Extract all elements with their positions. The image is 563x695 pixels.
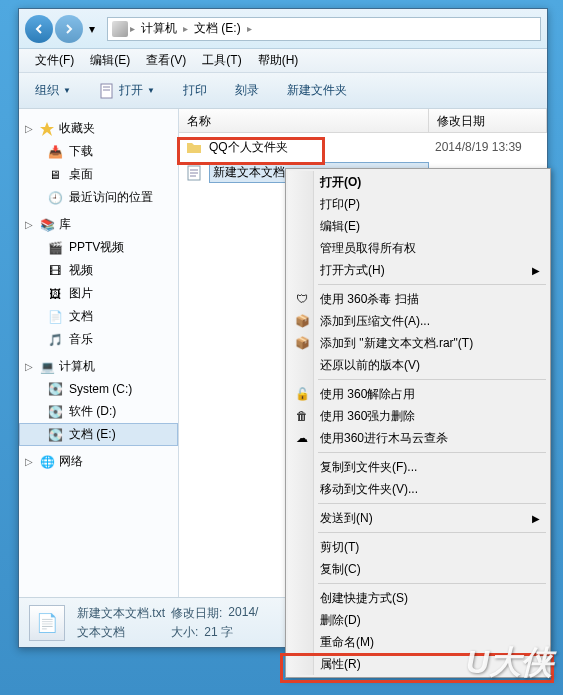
ctx-copy[interactable]: 复制(C) xyxy=(288,558,548,580)
ctx-cut[interactable]: 剪切(T) xyxy=(288,536,548,558)
drive-icon: 💽 xyxy=(47,404,63,420)
computer-icon xyxy=(112,21,128,37)
titlebar: ▾ ▸ 计算机 ▸ 文档 (E:) ▸ xyxy=(19,9,547,49)
organize-button[interactable]: 组织▼ xyxy=(27,78,79,103)
sidebar-item-documents[interactable]: 📄文档 xyxy=(19,305,178,328)
status-filename: 新建文本文档.txt xyxy=(77,605,165,622)
drive-icon: 💽 xyxy=(47,381,63,397)
picture-icon: 🖼 xyxy=(47,286,63,302)
ctx-edit[interactable]: 编辑(E) xyxy=(288,215,548,237)
status-date-value: 2014/ xyxy=(228,605,258,622)
menu-view[interactable]: 查看(V) xyxy=(138,52,194,69)
sidebar-libraries[interactable]: ▷ 📚 库 xyxy=(19,213,178,236)
ctx-cloud360[interactable]: ☁使用360进行木马云查杀 xyxy=(288,427,548,449)
status-size-label: 大小: xyxy=(171,624,198,641)
cloud-scan-icon: ☁ xyxy=(294,430,310,446)
column-date[interactable]: 修改日期 xyxy=(429,109,547,132)
status-size-value: 21 字 xyxy=(204,624,233,641)
desktop-icon: 🖥 xyxy=(47,167,63,183)
menu-file[interactable]: 文件(F) xyxy=(27,52,82,69)
ctx-copyfolder[interactable]: 复制到文件夹(F)... xyxy=(288,456,548,478)
menu-edit[interactable]: 编辑(E) xyxy=(82,52,138,69)
sidebar-favorites[interactable]: ▷ 收藏夹 xyxy=(19,117,178,140)
breadcrumb-seg-drive[interactable]: 文档 (E:) xyxy=(190,20,245,37)
forward-button[interactable] xyxy=(55,15,83,43)
ctx-restore[interactable]: 还原以前的版本(V) xyxy=(288,354,548,376)
sidebar-item-desktop[interactable]: 🖥桌面 xyxy=(19,163,178,186)
watermark: U大侠 xyxy=(466,641,553,685)
download-icon: 📥 xyxy=(47,144,63,160)
ctx-sendto[interactable]: 发送到(N)▶ xyxy=(288,507,548,529)
context-menu: 打开(O) 打印(P) 编辑(E) 管理员取得所有权 打开方式(H)▶ 🛡使用 … xyxy=(285,168,551,678)
sidebar-item-label: 收藏夹 xyxy=(59,120,95,137)
recent-icon: 🕘 xyxy=(47,190,63,206)
ctx-shortcut[interactable]: 创建快捷方式(S) xyxy=(288,587,548,609)
library-icon: 📚 xyxy=(39,217,55,233)
file-name: QQ个人文件夹 xyxy=(209,139,429,156)
ctx-scan360[interactable]: 🛡使用 360杀毒 扫描 xyxy=(288,288,548,310)
star-icon xyxy=(39,121,55,137)
breadcrumb[interactable]: ▸ 计算机 ▸ 文档 (E:) ▸ xyxy=(107,17,541,41)
sidebar-item-downloads[interactable]: 📥下载 xyxy=(19,140,178,163)
menubar: 文件(F) 编辑(E) 查看(V) 工具(T) 帮助(H) xyxy=(19,49,547,73)
sidebar-computer[interactable]: ▷ 💻 计算机 xyxy=(19,355,178,378)
svg-marker-3 xyxy=(40,122,54,136)
sidebar-item-d-drive[interactable]: 💽软件 (D:) xyxy=(19,400,178,423)
archive-icon: 📦 xyxy=(294,313,310,329)
ctx-delete[interactable]: 删除(D) xyxy=(288,609,548,631)
sidebar-item-pictures[interactable]: 🖼图片 xyxy=(19,282,178,305)
svg-rect-0 xyxy=(101,84,112,98)
menu-help[interactable]: 帮助(H) xyxy=(250,52,307,69)
back-button[interactable] xyxy=(25,15,53,43)
video-icon: 🎞 xyxy=(47,263,63,279)
sidebar-item-e-drive[interactable]: 💽文档 (E:) xyxy=(19,423,178,446)
delete-icon: 🗑 xyxy=(294,408,310,424)
file-date: 2014/8/19 13:39 xyxy=(435,140,522,154)
file-row[interactable]: QQ个人文件夹 2014/8/19 13:39 xyxy=(179,135,547,159)
text-file-icon xyxy=(185,164,203,182)
archive-icon: 📦 xyxy=(294,335,310,351)
status-date-label: 修改日期: xyxy=(171,605,222,622)
newfolder-button[interactable]: 新建文件夹 xyxy=(279,78,355,103)
sidebar-item-music[interactable]: 🎵音乐 xyxy=(19,328,178,351)
ctx-movefolder[interactable]: 移动到文件夹(V)... xyxy=(288,478,548,500)
ctx-addarchive[interactable]: 📦添加到压缩文件(A)... xyxy=(288,310,548,332)
open-button[interactable]: 打开▼ xyxy=(91,78,163,103)
computer-icon: 💻 xyxy=(39,359,55,375)
document-icon xyxy=(99,83,115,99)
menu-tools[interactable]: 工具(T) xyxy=(194,52,249,69)
sidebar-item-recent[interactable]: 🕘最近访问的位置 xyxy=(19,186,178,209)
ctx-forcedel360[interactable]: 🗑使用 360强力删除 xyxy=(288,405,548,427)
burn-button[interactable]: 刻录 xyxy=(227,78,267,103)
music-icon: 🎵 xyxy=(47,332,63,348)
drive-icon: 💽 xyxy=(47,427,63,443)
folder-icon xyxy=(185,138,203,156)
print-button[interactable]: 打印 xyxy=(175,78,215,103)
column-headers: 名称 修改日期 xyxy=(179,109,547,133)
unlock-icon: 🔓 xyxy=(294,386,310,402)
toolbar: 组织▼ 打开▼ 打印 刻录 新建文件夹 xyxy=(19,73,547,109)
network-icon: 🌐 xyxy=(39,454,55,470)
sidebar-item-label: 库 xyxy=(59,216,71,233)
sidebar-item-label: 计算机 xyxy=(59,358,95,375)
ctx-print[interactable]: 打印(P) xyxy=(288,193,548,215)
history-dropdown[interactable]: ▾ xyxy=(85,19,99,39)
text-file-icon: 📄 xyxy=(29,605,65,641)
breadcrumb-seg-computer[interactable]: 计算机 xyxy=(137,20,181,37)
column-name[interactable]: 名称 xyxy=(179,109,429,132)
ctx-addrar[interactable]: 📦添加到 "新建文本文档.rar"(T) xyxy=(288,332,548,354)
sidebar-item-videos[interactable]: 🎞视频 xyxy=(19,259,178,282)
video-icon: 🎬 xyxy=(47,240,63,256)
sidebar-item-label: 网络 xyxy=(59,453,83,470)
ctx-open[interactable]: 打开(O) xyxy=(288,171,548,193)
ctx-admin[interactable]: 管理员取得所有权 xyxy=(288,237,548,259)
sidebar: ▷ 收藏夹 📥下载 🖥桌面 🕘最近访问的位置 ▷ 📚 库 🎬PPTV视频 🎞视频… xyxy=(19,109,179,597)
sidebar-network[interactable]: ▷ 🌐 网络 xyxy=(19,450,178,473)
ctx-unlock360[interactable]: 🔓使用 360解除占用 xyxy=(288,383,548,405)
sidebar-item-pptv[interactable]: 🎬PPTV视频 xyxy=(19,236,178,259)
shield-icon: 🛡 xyxy=(294,291,310,307)
sidebar-item-c-drive[interactable]: 💽System (C:) xyxy=(19,378,178,400)
status-type: 文本文档 xyxy=(77,624,125,641)
document-icon: 📄 xyxy=(47,309,63,325)
ctx-openwith[interactable]: 打开方式(H)▶ xyxy=(288,259,548,281)
